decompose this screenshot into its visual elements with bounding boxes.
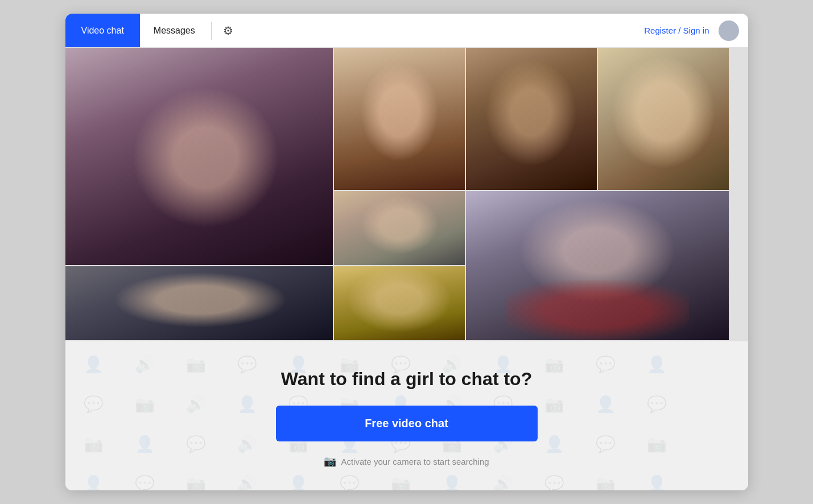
settings-button[interactable]: ⚙: [214, 14, 242, 47]
photo-cell-3[interactable]: [466, 48, 597, 190]
avatar-placeholder: [719, 20, 739, 41]
photo-cell-5[interactable]: [334, 191, 465, 265]
nav-messages[interactable]: Messages: [140, 14, 209, 47]
photo-cell-6[interactable]: [466, 191, 729, 340]
camera-note: 📷 Activate your camera to start searchin…: [324, 455, 489, 468]
nav-divider: [211, 22, 212, 40]
photo-cell-2[interactable]: [334, 48, 465, 190]
camera-icon: 📷: [324, 455, 336, 468]
avatar[interactable]: [719, 20, 739, 41]
photo-cell-1[interactable]: [65, 48, 333, 265]
camera-note-text: Activate your camera to start searching: [341, 457, 489, 466]
auth-link[interactable]: Register / Sign in: [635, 26, 718, 35]
photo-cell-8[interactable]: [334, 266, 465, 340]
cta-section: 👤🔊📷💬👤📷💬🔊👤📷💬👤💬📷🔊👤💬📷👤🔊💬📷👤💬📷👤💬🔊📷👤💬📷🔊👤💬📷👤💬📷🔊…: [65, 341, 748, 490]
photo-cell-4[interactable]: [598, 48, 729, 190]
header: Video chat Messages ⚙ Register / Sign in: [65, 14, 748, 48]
cta-heading: Want to find a girl to chat to?: [281, 369, 532, 390]
app-window: Video chat Messages ⚙ Register / Sign in: [65, 14, 748, 490]
gear-icon: ⚙: [223, 24, 233, 38]
free-video-chat-button[interactable]: Free video chat: [276, 406, 538, 441]
photo-grid: [65, 48, 748, 341]
nav-video-chat[interactable]: Video chat: [65, 14, 140, 47]
photo-cell-7[interactable]: [65, 266, 333, 340]
